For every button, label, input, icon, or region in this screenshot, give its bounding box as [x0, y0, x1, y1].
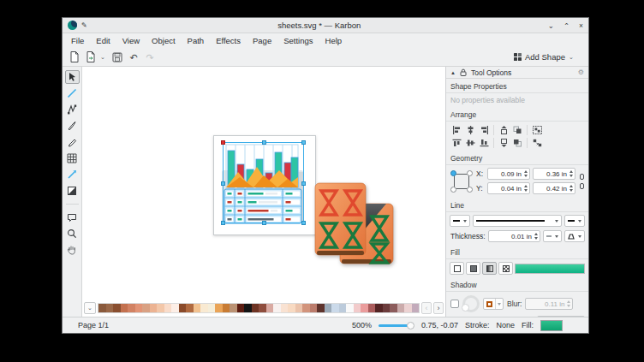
palette-swatch[interactable] — [412, 304, 420, 312]
group-button[interactable] — [530, 124, 544, 135]
menu-item-object[interactable]: Object — [146, 35, 180, 46]
align-top-button[interactable] — [450, 137, 463, 148]
float-panel-icon[interactable]: ⚙ — [578, 68, 584, 76]
menu-item-settings[interactable]: Settings — [278, 35, 318, 46]
panel-header[interactable]: ▲ Tool Options ⚙ — [446, 67, 588, 79]
palette-swatch[interactable] — [113, 304, 121, 312]
palette-swatch[interactable] — [331, 304, 339, 312]
height-spinbox[interactable]: 0.42 in — [533, 182, 575, 194]
palette-swatch[interactable] — [186, 304, 194, 312]
palette-swatch[interactable] — [230, 304, 237, 312]
align-middle-button[interactable] — [463, 137, 477, 148]
bring-to-front-button[interactable] — [510, 124, 524, 135]
palette-swatch[interactable] — [302, 304, 310, 312]
palette-swatch[interactable] — [354, 304, 361, 312]
anchor-top-right[interactable] — [467, 170, 473, 176]
new-document-button[interactable] — [68, 50, 81, 64]
palette-swatch[interactable] — [135, 304, 143, 312]
palette-swatch[interactable] — [237, 304, 245, 312]
menu-item-page[interactable]: Page — [247, 35, 277, 46]
palette-swatch[interactable] — [281, 304, 289, 312]
palette-swatch[interactable] — [164, 304, 172, 312]
aspect-lock-icons[interactable] — [579, 174, 585, 189]
palette-swatch[interactable] — [215, 304, 223, 312]
anchor-position-widget[interactable] — [450, 170, 473, 193]
palette-swatch[interactable] — [346, 304, 354, 312]
fill-color-swatch[interactable] — [515, 264, 585, 274]
fill-pattern-button[interactable] — [498, 262, 513, 275]
redo-button[interactable]: ↷ — [143, 50, 157, 64]
tool-shape[interactable] — [65, 211, 80, 224]
palette-dropdown-button[interactable]: ⌄ — [84, 302, 96, 314]
align-right-button[interactable] — [477, 124, 491, 135]
cards-image[interactable] — [313, 181, 397, 270]
canvas[interactable]: ⌄ ‹ › — [82, 67, 445, 317]
align-center-button[interactable] — [463, 124, 477, 135]
tool-pattern[interactable] — [65, 184, 80, 198]
save-button[interactable] — [110, 50, 124, 64]
tool-pan[interactable] — [65, 243, 80, 257]
blur-spinbox[interactable]: 0.11 in — [525, 298, 573, 310]
palette-swatch[interactable] — [208, 304, 216, 312]
palette-swatch[interactable] — [194, 304, 201, 312]
palette-swatch[interactable] — [200, 304, 208, 312]
menu-item-file[interactable]: File — [66, 35, 89, 46]
undo-button[interactable]: ↶ — [127, 50, 140, 64]
selection-handle-bottom-left[interactable] — [221, 221, 225, 225]
palette-next-button[interactable]: › — [433, 302, 444, 314]
x-position-spinbox[interactable]: 0.09 in — [487, 168, 530, 180]
selection-handle-top-left[interactable] — [221, 140, 225, 145]
palette-swatch[interactable] — [368, 304, 376, 312]
open-document-button[interactable] — [84, 50, 98, 64]
palette-swatch[interactable] — [317, 304, 325, 312]
line-style-combo[interactable] — [473, 215, 562, 227]
palette-swatch[interactable] — [325, 304, 332, 312]
close-button[interactable]: × — [579, 21, 583, 30]
maximize-button[interactable]: ⌃ — [564, 21, 569, 30]
zoom-slider[interactable] — [379, 321, 414, 329]
palette-swatch[interactable] — [157, 304, 164, 312]
palette-swatch[interactable] — [179, 304, 187, 312]
tool-path-edit[interactable] — [65, 103, 80, 116]
line-join-combo[interactable] — [543, 230, 562, 242]
palette-swatch[interactable] — [339, 304, 347, 312]
anchor-bottom-left[interactable] — [450, 187, 456, 193]
palette-swatch[interactable] — [244, 304, 252, 312]
line-start-marker-combo[interactable] — [450, 215, 470, 227]
shadow-angle-dial[interactable] — [462, 295, 480, 312]
palette-swatch[interactable] — [259, 304, 266, 312]
palette-swatch[interactable] — [150, 304, 158, 312]
palette-swatch[interactable] — [390, 304, 397, 312]
palette-swatch[interactable] — [223, 304, 230, 312]
tool-calligraphy[interactable] — [65, 119, 80, 133]
palette-swatch[interactable] — [383, 304, 391, 312]
selection-handle-top-right[interactable] — [301, 140, 306, 145]
y-position-spinbox[interactable]: 0.04 in — [487, 182, 530, 194]
minimize-button[interactable]: ⌄ — [548, 21, 554, 30]
anchor-bottom-right[interactable] — [467, 187, 473, 193]
send-to-back-button[interactable] — [510, 137, 524, 148]
tool-grid[interactable] — [65, 151, 80, 165]
palette-swatch[interactable] — [106, 304, 114, 312]
collapse-icon[interactable]: ▲ — [450, 70, 456, 75]
menu-item-effects[interactable]: Effects — [211, 35, 246, 46]
add-shape-button[interactable]: Add Shape ⌄ — [510, 50, 583, 63]
palette-swatch[interactable] — [171, 304, 179, 312]
palette-swatch[interactable] — [98, 304, 106, 312]
lock-icon[interactable] — [460, 68, 467, 76]
line-cap-combo[interactable] — [564, 230, 585, 242]
menu-item-edit[interactable]: Edit — [91, 35, 115, 46]
menu-item-help[interactable]: Help — [320, 35, 348, 46]
fill-solid-button[interactable] — [466, 262, 480, 275]
tool-select[interactable] — [65, 70, 80, 84]
palette-swatch[interactable] — [128, 304, 135, 312]
thickness-spinbox[interactable]: 0.01 in — [488, 230, 540, 242]
palette-swatch[interactable] — [266, 304, 274, 312]
align-bottom-button[interactable] — [477, 137, 491, 148]
line-end-marker-combo[interactable] — [564, 215, 585, 227]
tool-zoom[interactable] — [65, 227, 80, 240]
shadow-color-button[interactable] — [483, 298, 504, 310]
fill-gradient-button[interactable] — [482, 262, 497, 275]
lower-button[interactable] — [497, 137, 510, 148]
palette-swatch[interactable] — [273, 304, 281, 312]
